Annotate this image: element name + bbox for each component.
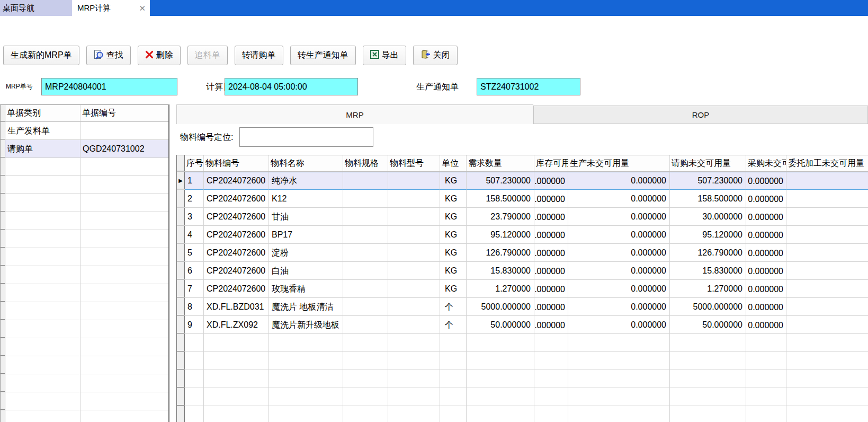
doc-number-cell[interactable] xyxy=(80,122,169,139)
cell-production-open-qty[interactable]: 0.000000 xyxy=(568,244,670,262)
cell-outsource-open-qty[interactable] xyxy=(786,190,868,208)
table-row[interactable]: 7CP2024072600玫瑰香精KG1.2700000.0000000.000… xyxy=(177,280,868,298)
calc-date-field[interactable] xyxy=(225,78,358,95)
cell-material-name[interactable]: 白油 xyxy=(269,262,343,280)
cell-material-name[interactable]: K12 xyxy=(269,190,343,208)
column-header-11[interactable]: 采购未交可用量 xyxy=(746,155,786,171)
doc-row[interactable]: 生产发料单 xyxy=(1,122,168,140)
cell-unit[interactable]: KG xyxy=(440,244,467,262)
cell-production-open-qty[interactable]: 0.000000 xyxy=(568,172,670,190)
cell-material-spec[interactable] xyxy=(343,280,388,298)
cell-production-open-qty[interactable]: 0.000000 xyxy=(568,262,670,280)
table-row[interactable]: 2CP2024072600K12KG158.5000000.0000000.00… xyxy=(177,190,868,208)
cell-purchase-request-open-qty[interactable]: 126.790000 xyxy=(670,244,746,262)
cell-material-name[interactable]: 甘油 xyxy=(269,208,343,226)
cell-material-spec[interactable] xyxy=(343,316,388,334)
to-purchase-request-button[interactable]: 转请购单 xyxy=(235,46,283,65)
cell-stock-available[interactable]: 0.000000 xyxy=(534,280,568,298)
cell-outsource-open-qty[interactable] xyxy=(786,262,868,280)
cell-material-spec[interactable] xyxy=(343,172,388,190)
mrp-no-field[interactable] xyxy=(41,78,177,95)
cell-unit[interactable]: KG xyxy=(440,226,467,244)
cell-outsource-open-qty[interactable] xyxy=(786,172,868,190)
cell-purchase-open-qty[interactable]: 0.000000 xyxy=(746,298,786,316)
cell-material-spec[interactable] xyxy=(343,208,388,226)
cell-material-code[interactable]: CP2024072600 xyxy=(204,208,269,226)
material-code-locator-input[interactable] xyxy=(239,127,373,147)
cell-outsource-open-qty[interactable] xyxy=(786,226,868,244)
doc-category-cell[interactable]: 生产发料单 xyxy=(5,122,80,139)
cell-outsource-open-qty[interactable] xyxy=(786,208,868,226)
cell-purchase-open-qty[interactable]: 0.000000 xyxy=(746,280,786,298)
cell-demand-qty[interactable]: 15.830000 xyxy=(467,262,534,280)
cell-seq[interactable]: 3 xyxy=(185,208,204,226)
cell-demand-qty[interactable]: 507.230000 xyxy=(467,172,534,190)
cell-demand-qty[interactable]: 95.120000 xyxy=(467,226,534,244)
cell-stock-available[interactable]: 0.000000 xyxy=(534,298,568,316)
cell-stock-available[interactable]: 0.000000 xyxy=(534,172,568,190)
cell-seq[interactable]: 9 xyxy=(185,316,204,334)
cell-seq[interactable]: 4 xyxy=(185,226,204,244)
column-header-9[interactable]: 生产未交可用量 xyxy=(568,155,670,171)
cell-material-code[interactable]: CP2024072600 xyxy=(204,244,269,262)
cell-demand-qty[interactable]: 158.500000 xyxy=(467,190,534,208)
cell-purchase-request-open-qty[interactable]: 1.270000 xyxy=(670,280,746,298)
column-header-1[interactable]: 序号 xyxy=(185,155,204,171)
cell-production-open-qty[interactable]: 0.000000 xyxy=(568,316,670,334)
cell-demand-qty[interactable]: 126.790000 xyxy=(467,244,534,262)
doc-category-cell[interactable]: 请购单 xyxy=(5,140,80,157)
cell-material-model[interactable] xyxy=(388,172,440,190)
cell-demand-qty[interactable]: 5000.000000 xyxy=(467,298,534,316)
cell-material-spec[interactable] xyxy=(343,244,388,262)
cell-material-spec[interactable] xyxy=(343,226,388,244)
cell-material-name[interactable]: 魔洗片新升级地板 xyxy=(269,316,343,334)
cell-seq[interactable]: 5 xyxy=(185,244,204,262)
cell-unit[interactable]: KG xyxy=(440,208,467,226)
cell-stock-available[interactable]: 0.000000 xyxy=(534,208,568,226)
cell-stock-available[interactable]: 0.000000 xyxy=(534,190,568,208)
cell-unit[interactable]: 个 xyxy=(440,316,467,334)
cell-material-code[interactable]: CP2024072600 xyxy=(204,172,269,190)
production-notice-field[interactable] xyxy=(477,78,580,95)
cell-unit[interactable]: KG xyxy=(440,190,467,208)
to-production-notice-button[interactable]: 转生产通知单 xyxy=(290,46,356,65)
cell-material-model[interactable] xyxy=(388,316,440,334)
cell-outsource-open-qty[interactable] xyxy=(786,280,868,298)
cell-production-open-qty[interactable]: 0.000000 xyxy=(568,190,670,208)
cell-purchase-open-qty[interactable]: 0.000000 xyxy=(746,316,786,334)
cell-material-name[interactable]: 淀粉 xyxy=(269,244,343,262)
column-header-10[interactable]: 请购未交可用量 xyxy=(670,155,746,171)
cell-purchase-open-qty[interactable]: 0.000000 xyxy=(746,172,786,190)
cell-stock-available[interactable]: 0.000000 xyxy=(534,244,568,262)
cell-material-model[interactable] xyxy=(388,190,440,208)
doc-row[interactable]: 请购单QGD240731002 xyxy=(1,140,168,158)
cell-production-open-qty[interactable]: 0.000000 xyxy=(568,298,670,316)
cell-production-open-qty[interactable]: 0.000000 xyxy=(568,208,670,226)
close-icon[interactable]: ✕ xyxy=(139,4,146,12)
cell-material-code[interactable]: CP2024072600 xyxy=(204,280,269,298)
column-header-6[interactable]: 单位 xyxy=(440,155,467,171)
cell-material-spec[interactable] xyxy=(343,190,388,208)
cell-production-open-qty[interactable]: 0.000000 xyxy=(568,226,670,244)
table-row[interactable]: ▶1CP2024072600纯净水KG507.2300000.0000000.0… xyxy=(177,172,868,190)
doc-number-cell[interactable]: QGD240731002 xyxy=(80,140,169,157)
cell-material-spec[interactable] xyxy=(343,298,388,316)
trace-material-button[interactable]: 追料单 xyxy=(187,46,228,65)
delete-button[interactable]: 删除 xyxy=(138,46,181,65)
export-button[interactable]: 导出 xyxy=(363,46,406,65)
cell-seq[interactable]: 1 xyxy=(185,172,204,190)
cell-material-name[interactable]: 魔洗片 地板清洁 xyxy=(269,298,343,316)
cell-material-code[interactable]: XD.FL.ZX092 xyxy=(204,316,269,334)
table-row[interactable]: 5CP2024072600淀粉KG126.7900000.0000000.000… xyxy=(177,244,868,262)
cell-unit[interactable]: KG xyxy=(440,280,467,298)
cell-material-code[interactable]: CP2024072600 xyxy=(204,262,269,280)
cell-material-name[interactable]: BP17 xyxy=(269,226,343,244)
column-header-8[interactable]: 库存可用量 xyxy=(534,155,568,171)
cell-seq[interactable]: 8 xyxy=(185,298,204,316)
column-header-5[interactable]: 物料型号 xyxy=(388,155,440,171)
close-button[interactable]: 关闭 xyxy=(413,46,458,65)
cell-stock-available[interactable]: 0.000000 xyxy=(534,226,568,244)
cell-unit[interactable]: KG xyxy=(440,172,467,190)
subtab-mrp[interactable]: MRP xyxy=(176,104,533,124)
cell-purchase-open-qty[interactable]: 0.000000 xyxy=(746,244,786,262)
